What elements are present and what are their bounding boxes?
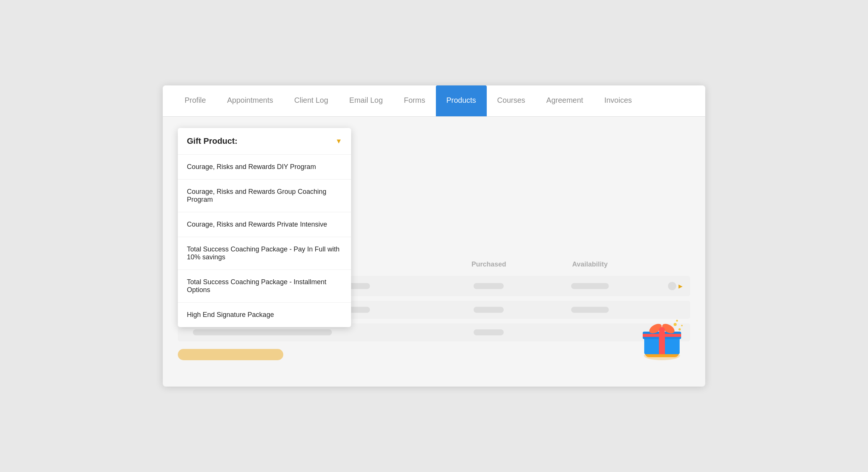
row-actions-cell: ▶ <box>640 282 690 290</box>
gift-icon-container <box>637 311 686 360</box>
bottom-bar <box>178 349 690 360</box>
dropdown-item-item3[interactable]: Courage, Risks and Rewards Private Inten… <box>178 212 351 237</box>
row-purchased-cell <box>438 329 539 335</box>
col-purchased-header: Purchased <box>438 260 539 268</box>
tabs-bar: ProfileAppointmentsClient LogEmail LogFo… <box>163 85 705 117</box>
dropdown-header-label: Gift Product: <box>187 136 237 146</box>
tab-email-log[interactable]: Email Log <box>339 85 393 116</box>
svg-point-9 <box>674 323 677 326</box>
content-area: Gift Product: ▼ Courage, Risks and Rewar… <box>163 117 705 372</box>
dropdown-item-item4[interactable]: Total Success Coaching Package - Pay In … <box>178 237 351 270</box>
dropdown-item-item2[interactable]: Courage, Risks and Rewards Group Coachin… <box>178 180 351 212</box>
row-availability-cell <box>539 283 640 289</box>
dropdown-panel: Gift Product: ▼ Courage, Risks and Rewar… <box>178 128 351 327</box>
tab-products[interactable]: Products <box>436 85 487 116</box>
svg-rect-5 <box>643 334 681 337</box>
svg-point-8 <box>659 327 665 333</box>
dropdown-header[interactable]: Gift Product: ▼ <box>178 128 351 155</box>
tab-courses[interactable]: Courses <box>487 85 536 116</box>
svg-point-10 <box>679 328 681 330</box>
row-name-cell <box>178 329 438 335</box>
tab-agreement[interactable]: Agreement <box>536 85 594 116</box>
row-availability-cell <box>539 307 640 313</box>
tab-forms[interactable]: Forms <box>393 85 436 116</box>
gift-icon <box>637 311 686 360</box>
main-container: ProfileAppointmentsClient LogEmail LogFo… <box>163 85 705 387</box>
dropdown-arrow-icon: ▼ <box>335 137 342 145</box>
dropdown-item-item5[interactable]: Total Success Coaching Package - Install… <box>178 270 351 303</box>
tab-client-log[interactable]: Client Log <box>284 85 339 116</box>
action-arrow-icon: ▶ <box>679 283 683 289</box>
action-circle-icon <box>668 282 676 290</box>
svg-point-11 <box>676 320 678 322</box>
bottom-button-skeleton <box>178 349 283 360</box>
dropdown-item-item1[interactable]: Courage, Risks and Rewards DIY Program <box>178 155 351 180</box>
dropdown-item-item6[interactable]: High End Signature Package <box>178 303 351 327</box>
tab-appointments[interactable]: Appointments <box>217 85 284 116</box>
tab-profile[interactable]: Profile <box>174 85 217 116</box>
tab-invoices[interactable]: Invoices <box>594 85 642 116</box>
col-availability-header: Availability <box>539 260 640 268</box>
row-purchased-cell <box>438 283 539 289</box>
svg-point-12 <box>681 325 683 326</box>
row-purchased-cell <box>438 307 539 313</box>
